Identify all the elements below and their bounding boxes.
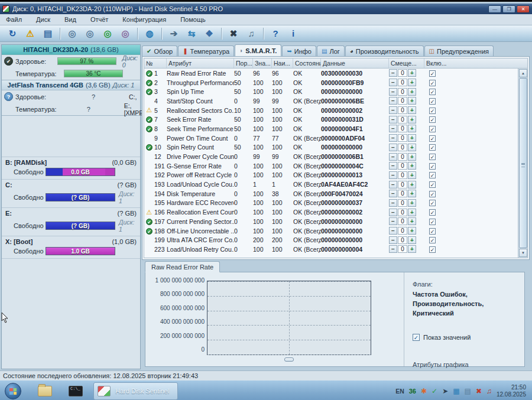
offset-minus-button[interactable]: − [389,97,397,105]
tab-s.m.a.r.t.[interactable]: ◗S.M.A.R.T. [235,44,281,56]
menu-item-2[interactable]: Вид [63,15,77,24]
chart-h-scrollbar[interactable] [207,357,371,362]
tab-инфо[interactable]: ➥Инфо [282,45,316,56]
refresh-icon[interactable]: ↻ [5,27,20,40]
table-row[interactable]: ✔2Throughput Performance50100100OK000000… [144,78,518,87]
menu-item-3[interactable]: Отчёт [89,15,109,24]
offset-plus-button[interactable]: + [408,69,416,77]
offset-minus-button[interactable]: − [389,171,397,179]
globe-icon[interactable]: ◍ [142,27,157,40]
tray-alarm-icon[interactable]: ✱ [421,388,427,395]
table-row[interactable]: ⚠196Reallocation Event Count0100100OK (В… [144,207,518,217]
include-checkbox[interactable]: ✓ [429,172,436,178]
close-button[interactable]: ✕ [517,5,530,13]
offset-plus-button[interactable]: + [408,227,416,235]
offset-minus-button[interactable]: − [389,69,397,77]
table-row[interactable]: 191G-Sense Error Rate0100100OK (Всегда..… [144,161,518,171]
include-checkbox[interactable]: ✓ [429,89,436,95]
disk-report-icon[interactable]: ◎ [65,27,79,40]
col-data[interactable]: Данные [321,58,389,68]
table-row[interactable]: 194Disk Temperature010038OK (Всегда...00… [144,189,518,199]
tab-температура[interactable]: ❚Температура [178,45,234,56]
col-worst[interactable]: Наи... [272,58,293,68]
maximize-button[interactable]: ❐ [502,5,515,13]
menu-item-4[interactable]: Конфигурация [121,15,167,24]
table-row[interactable]: 12Drive Power Cycle Count09999OK (Всегда… [144,152,518,161]
taskbar-cmd-button[interactable]: C:\_ [67,383,85,399]
offset-plus-button[interactable]: + [408,190,416,197]
include-checkbox[interactable]: ✓ [429,135,436,142]
table-row[interactable]: ✔10Spin Retry Count50100100OK00000000000… [144,143,518,152]
taskbar-folder-button[interactable] [36,383,54,399]
no-write-icon[interactable]: ✖ [226,27,241,40]
scroll-down-icon[interactable]: ▼ [519,249,527,257]
partition-item[interactable]: X: [Boot](1,0 GB)Свободно1.0 GB [2,236,140,259]
menu-item-5[interactable]: Помощь [179,15,207,24]
taskbar-clock[interactable]: 21:50 12.08.2025 [497,384,528,398]
start-button[interactable] [5,383,21,399]
offset-plus-button[interactable]: + [408,209,416,216]
col-num[interactable]: № [144,58,167,68]
table-row[interactable]: ✔7Seek Error Rate50100100OK00000000031D−… [144,115,518,124]
table-row[interactable]: ⚠5Reallocated Sectors Co...10100100OK000… [144,106,518,115]
col-offset[interactable]: Смеще... [389,58,424,68]
offset-plus-button[interactable]: + [408,106,416,114]
col-include[interactable]: Вклю... [424,58,460,68]
sync-icon[interactable]: ⇆ [184,27,199,40]
offset-plus-button[interactable]: + [408,181,416,188]
exit-icon[interactable]: ➔ [167,27,181,40]
table-row[interactable]: ✔198Off-Line Uncorrectable ...0100100OK … [144,226,518,236]
slider-handle-icon[interactable] [284,357,294,362]
partition-item[interactable]: E:(? GB)Свободно(? GB)Диск: 1 [2,208,140,236]
col-thr[interactable]: Пор... [234,58,253,68]
tray-monitor-off-icon[interactable]: ✖ [476,388,482,395]
minimize-button[interactable]: — [488,5,501,13]
table-row[interactable]: 195Hardware ECC Recovered0100100OK (Всег… [144,199,518,208]
include-checkbox[interactable]: ✓ [429,246,436,253]
offset-plus-button[interactable]: + [408,217,416,225]
disk-search-icon[interactable]: ◎ [118,27,132,40]
offset-minus-button[interactable]: − [389,79,397,86]
table-row[interactable]: ✔8Seek Time Performance50100100OK0000000… [144,124,518,134]
info-icon[interactable]: i [286,27,300,40]
offset-minus-button[interactable]: − [389,106,397,114]
partition-item[interactable]: B: [RAMDisk](0,0 GB)Свободно0.0 GB [2,157,140,180]
offset-minus-button[interactable]: − [389,88,397,96]
language-indicator[interactable]: EN [395,388,404,395]
offset-minus-button[interactable]: − [389,217,397,225]
help-icon[interactable]: ? [268,27,283,40]
offset-plus-button[interactable]: + [408,144,416,151]
include-checkbox[interactable]: ✓ [429,154,436,160]
include-checkbox[interactable]: ✓ [429,108,436,114]
offset-minus-button[interactable]: − [389,190,397,197]
include-checkbox[interactable]: ✓ [429,228,436,235]
taskbar-app-button[interactable]: Hard Disk Sentinel [93,382,178,400]
table-row[interactable]: 199Ultra ATA CRC Error Co...0200200OK (В… [144,235,518,245]
offset-plus-button[interactable]: + [408,236,416,244]
tray-pointer-icon[interactable]: ➤ [442,388,448,395]
include-checkbox[interactable]: ✓ [429,181,436,188]
include-checkbox[interactable]: ✓ [429,200,436,206]
table-row[interactable]: 9Power On Time Count07777OK (Всегда...00… [144,134,518,143]
offset-minus-button[interactable]: − [389,125,397,132]
disk-ok-icon[interactable]: ◎ [100,27,115,40]
offset-plus-button[interactable]: + [408,79,416,86]
scroll-up-icon[interactable]: ▲ [519,69,527,77]
col-status[interactable]: Состояние [293,58,321,68]
include-checkbox[interactable]: ✓ [429,116,436,123]
offset-plus-button[interactable]: + [408,199,416,207]
tray-temperature[interactable]: 36 [409,388,416,395]
offset-plus-button[interactable]: + [408,88,416,96]
tray-display-icon[interactable]: ▦ [453,388,459,395]
offset-plus-button[interactable]: + [408,97,416,105]
table-scrollbar[interactable]: ▲ ▼ [518,69,527,258]
offset-plus-button[interactable]: + [408,125,416,132]
disk-card-1[interactable]: JetFlash Transcend 4GB (3,6 GB) Диск: 1 … [2,80,140,116]
offset-minus-button[interactable]: − [389,209,397,216]
offset-minus-button[interactable]: − [389,144,397,151]
include-checkbox[interactable]: ✓ [429,209,436,216]
include-checkbox[interactable]: ✓ [429,237,436,243]
table-row[interactable]: 192Power off Retract Cycle ...0100100OK … [144,171,518,180]
table-row[interactable]: ✔3Spin Up Time50100100OK000000000000−0+✓ [144,87,518,96]
scroll-thumb[interactable] [519,78,527,248]
